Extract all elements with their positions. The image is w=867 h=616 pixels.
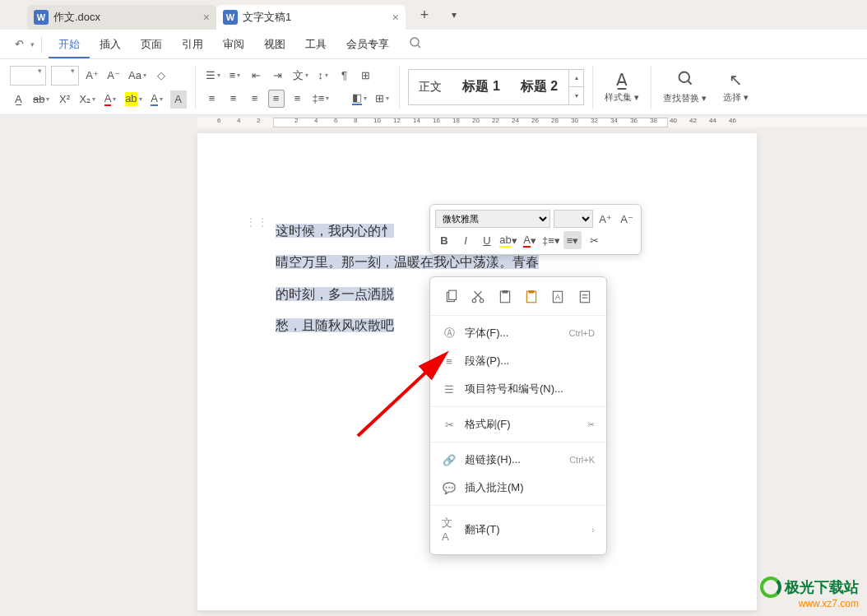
separator [651, 66, 651, 109]
tab-document-1[interactable]: W 作文.docx × [27, 5, 216, 30]
menu-paragraph[interactable]: ≡ 段落(P)... [430, 347, 606, 375]
font-color-icon[interactable]: A▾ [521, 231, 539, 249]
increase-font-icon[interactable]: A⁺ [596, 210, 614, 228]
clear-format-icon[interactable]: ◇ [153, 67, 169, 85]
format-painter-icon[interactable]: ✂ [585, 231, 603, 249]
close-icon[interactable]: × [392, 11, 399, 24]
bold-icon[interactable]: B [435, 231, 453, 249]
word-icon: W [34, 10, 49, 25]
style-heading2[interactable]: 标题 2 [511, 70, 568, 104]
ruler-mark: 36 [630, 117, 638, 124]
mini-font-select[interactable]: 微软雅黑 [435, 210, 550, 228]
align-right-icon[interactable]: ≡ [247, 90, 263, 108]
underline-icon[interactable]: U [478, 231, 496, 249]
find-replace-button[interactable]: 查找替换 ▾ [655, 70, 715, 104]
horizontal-ruler[interactable]: 6 4 2 2 4 6 8 10 12 14 16 18 20 22 24 26… [197, 115, 867, 130]
undo-icon[interactable]: ↶ [8, 38, 30, 50]
tab-bar: W 作文.docx × W 文字文稿1 × + ▾ [0, 0, 867, 30]
ruler-mark: 26 [531, 117, 539, 124]
menu-review[interactable]: 审阅 [213, 37, 254, 52]
show-marks-icon[interactable]: ¶ [336, 67, 353, 85]
paste-text-icon[interactable]: A [548, 287, 568, 307]
cut-icon[interactable] [468, 287, 488, 307]
menu-bar: ↶ ▾ 开始 插入 页面 引用 审阅 视图 工具 会员专享 [0, 30, 867, 59]
menu-insert[interactable]: 插入 [90, 37, 131, 52]
select-button[interactable]: ↖ 选择 ▾ [715, 70, 757, 104]
font-size-select[interactable]: ▾ [51, 66, 79, 86]
menu-bullets[interactable]: ☰ 项目符号和编号(N)... [430, 375, 606, 403]
change-case-icon[interactable]: Aa [127, 67, 148, 85]
shading-icon[interactable]: ◧ [350, 90, 369, 108]
close-icon[interactable]: × [203, 11, 210, 24]
font-name-select[interactable]: ▾ [10, 66, 46, 86]
tab-stops-icon[interactable]: ⊞ [358, 67, 374, 85]
align-justify-icon[interactable]: ≡▾ [563, 231, 582, 249]
menu-view[interactable]: 视图 [254, 37, 295, 52]
ruler-mark: 6 [334, 117, 337, 124]
mini-size-select[interactable] [554, 210, 593, 228]
tab-document-2[interactable]: W 文字文稿1 × [216, 5, 406, 30]
numbering-icon[interactable]: ≡ [227, 67, 243, 85]
bullets-icon[interactable]: ☰ [204, 67, 222, 85]
style-heading1[interactable]: 标题 1 [452, 70, 510, 104]
subscript-icon[interactable]: X₂ [77, 90, 97, 109]
text-effects-icon[interactable]: A [149, 90, 165, 109]
menu-reference[interactable]: 引用 [172, 37, 213, 52]
italic-icon[interactable]: I [457, 231, 475, 249]
paste-icon[interactable] [495, 287, 515, 307]
watermark: 极光下载站 www.xz7.com [760, 577, 859, 609]
paste-special-icon[interactable] [522, 287, 541, 307]
menu-font[interactable]: Ⓐ 字体(F)... Ctrl+D [430, 319, 606, 347]
highlight-icon[interactable]: ab [123, 90, 143, 109]
increase-font-icon[interactable]: A⁺ [84, 67, 100, 85]
line-spacing-icon[interactable]: ‡≡ [311, 90, 332, 108]
increase-indent-icon[interactable]: ⇥ [270, 67, 286, 85]
paragraph-drag-handle[interactable]: ⋮⋮ [245, 215, 268, 229]
tab-menu-button[interactable]: ▾ [443, 4, 465, 25]
copy-icon[interactable] [442, 287, 461, 307]
ruler-mark: 32 [591, 117, 598, 124]
menu-translate[interactable]: 文A 翻译(T) › [430, 509, 606, 549]
svg-line-1 [418, 45, 420, 48]
sort-icon[interactable]: ↕ [315, 67, 332, 85]
decrease-font-icon[interactable]: A⁻ [105, 67, 122, 85]
selected-text-line3: 的时刻，多一点洒脱 [276, 287, 394, 301]
borders-icon[interactable]: ⊞ [373, 90, 391, 108]
decrease-font-icon[interactable]: A⁻ [618, 210, 636, 228]
translate-icon: 文A [442, 516, 457, 543]
character-shading-icon[interactable]: A [170, 90, 187, 109]
align-center-icon[interactable]: ≡ [225, 90, 242, 108]
align-justify-icon[interactable]: ≡ [268, 90, 285, 108]
superscript-icon[interactable]: X² [56, 90, 72, 109]
character-border-icon[interactable]: A̲ [10, 90, 26, 109]
menu-comment[interactable]: 💬 插入批注(M) [430, 474, 606, 502]
strikethrough-icon[interactable]: ab [31, 90, 51, 109]
distribute-icon[interactable]: ≡ [290, 90, 306, 108]
separator [430, 315, 606, 316]
line-spacing-icon[interactable]: ‡≡▾ [542, 231, 560, 249]
menu-member[interactable]: 会员专享 [336, 37, 399, 52]
align-left-icon[interactable]: ≡ [204, 90, 220, 108]
paste-keep-icon[interactable] [575, 287, 595, 307]
font-color-icon[interactable]: A [102, 90, 118, 109]
menu-start[interactable]: 开始 [49, 37, 90, 58]
ruler-mark: 20 [472, 117, 480, 124]
text-direction-icon[interactable]: 文 [291, 67, 310, 85]
word-icon: W [223, 10, 238, 25]
menu-tools[interactable]: 工具 [295, 37, 336, 52]
ruler-mark: 8 [354, 117, 357, 124]
highlight-icon[interactable]: ab▾ [499, 231, 517, 249]
decrease-indent-icon[interactable]: ⇤ [248, 67, 265, 85]
style-set-button[interactable]: A̲ 样式集 ▾ [596, 70, 647, 104]
menu-format-painter[interactable]: ✂ 格式刷(F) ✂ [430, 410, 606, 438]
menu-hyperlink[interactable]: 🔗 超链接(H)... Ctrl+K [430, 446, 606, 474]
menu-page[interactable]: 页面 [131, 37, 172, 52]
search-icon[interactable] [399, 36, 432, 52]
font-icon: Ⓐ [442, 326, 457, 340]
new-tab-button[interactable]: + [414, 4, 435, 25]
styles-scroll[interactable]: ▴▾ [568, 70, 583, 104]
undo-dropdown[interactable]: ▾ [30, 40, 35, 49]
bullets-icon: ☰ [442, 383, 457, 396]
style-normal[interactable]: 正文 [409, 70, 452, 104]
svg-point-7 [480, 299, 484, 303]
